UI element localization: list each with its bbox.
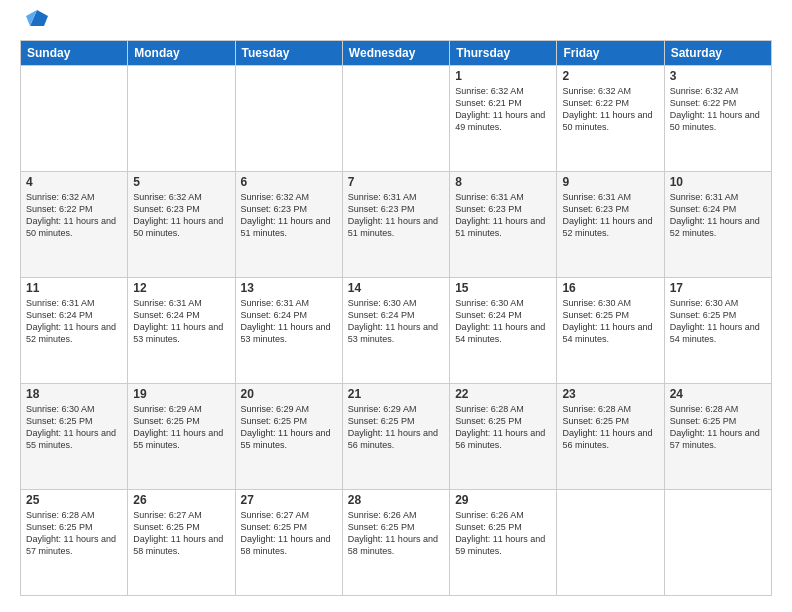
day-info: Sunrise: 6:31 AM Sunset: 6:24 PM Dayligh… <box>133 297 229 346</box>
day-info: Sunrise: 6:32 AM Sunset: 6:22 PM Dayligh… <box>670 85 766 134</box>
calendar-week-row: 18Sunrise: 6:30 AM Sunset: 6:25 PM Dayli… <box>21 384 772 490</box>
day-number: 20 <box>241 387 337 401</box>
day-info: Sunrise: 6:30 AM Sunset: 6:25 PM Dayligh… <box>562 297 658 346</box>
day-info: Sunrise: 6:27 AM Sunset: 6:25 PM Dayligh… <box>241 509 337 558</box>
day-number: 16 <box>562 281 658 295</box>
day-number: 1 <box>455 69 551 83</box>
calendar-cell: 29Sunrise: 6:26 AM Sunset: 6:25 PM Dayli… <box>450 490 557 596</box>
day-number: 17 <box>670 281 766 295</box>
calendar-cell: 19Sunrise: 6:29 AM Sunset: 6:25 PM Dayli… <box>128 384 235 490</box>
day-number: 3 <box>670 69 766 83</box>
calendar-cell: 8Sunrise: 6:31 AM Sunset: 6:23 PM Daylig… <box>450 172 557 278</box>
day-info: Sunrise: 6:30 AM Sunset: 6:24 PM Dayligh… <box>348 297 444 346</box>
calendar-cell: 9Sunrise: 6:31 AM Sunset: 6:23 PM Daylig… <box>557 172 664 278</box>
day-number: 15 <box>455 281 551 295</box>
day-number: 4 <box>26 175 122 189</box>
calendar-table: SundayMondayTuesdayWednesdayThursdayFrid… <box>20 40 772 596</box>
day-number: 19 <box>133 387 229 401</box>
logo <box>20 16 48 30</box>
day-info: Sunrise: 6:29 AM Sunset: 6:25 PM Dayligh… <box>241 403 337 452</box>
calendar-cell: 22Sunrise: 6:28 AM Sunset: 6:25 PM Dayli… <box>450 384 557 490</box>
day-info: Sunrise: 6:31 AM Sunset: 6:24 PM Dayligh… <box>670 191 766 240</box>
calendar-cell: 17Sunrise: 6:30 AM Sunset: 6:25 PM Dayli… <box>664 278 771 384</box>
day-info: Sunrise: 6:26 AM Sunset: 6:25 PM Dayligh… <box>455 509 551 558</box>
day-number: 2 <box>562 69 658 83</box>
day-info: Sunrise: 6:30 AM Sunset: 6:25 PM Dayligh… <box>26 403 122 452</box>
day-number: 29 <box>455 493 551 507</box>
day-info: Sunrise: 6:28 AM Sunset: 6:25 PM Dayligh… <box>670 403 766 452</box>
calendar-cell: 7Sunrise: 6:31 AM Sunset: 6:23 PM Daylig… <box>342 172 449 278</box>
calendar-week-row: 4Sunrise: 6:32 AM Sunset: 6:22 PM Daylig… <box>21 172 772 278</box>
day-info: Sunrise: 6:31 AM Sunset: 6:24 PM Dayligh… <box>241 297 337 346</box>
calendar-cell: 27Sunrise: 6:27 AM Sunset: 6:25 PM Dayli… <box>235 490 342 596</box>
calendar-cell: 6Sunrise: 6:32 AM Sunset: 6:23 PM Daylig… <box>235 172 342 278</box>
calendar-cell: 4Sunrise: 6:32 AM Sunset: 6:22 PM Daylig… <box>21 172 128 278</box>
calendar-cell: 10Sunrise: 6:31 AM Sunset: 6:24 PM Dayli… <box>664 172 771 278</box>
day-info: Sunrise: 6:32 AM Sunset: 6:21 PM Dayligh… <box>455 85 551 134</box>
day-info: Sunrise: 6:31 AM Sunset: 6:23 PM Dayligh… <box>348 191 444 240</box>
day-info: Sunrise: 6:28 AM Sunset: 6:25 PM Dayligh… <box>455 403 551 452</box>
day-number: 18 <box>26 387 122 401</box>
weekday-header: Friday <box>557 41 664 66</box>
day-info: Sunrise: 6:27 AM Sunset: 6:25 PM Dayligh… <box>133 509 229 558</box>
weekday-header: Saturday <box>664 41 771 66</box>
calendar-week-row: 25Sunrise: 6:28 AM Sunset: 6:25 PM Dayli… <box>21 490 772 596</box>
calendar-cell: 13Sunrise: 6:31 AM Sunset: 6:24 PM Dayli… <box>235 278 342 384</box>
weekday-header: Wednesday <box>342 41 449 66</box>
calendar-cell: 26Sunrise: 6:27 AM Sunset: 6:25 PM Dayli… <box>128 490 235 596</box>
calendar-cell <box>128 66 235 172</box>
day-number: 14 <box>348 281 444 295</box>
day-number: 26 <box>133 493 229 507</box>
weekday-header: Monday <box>128 41 235 66</box>
weekday-header: Tuesday <box>235 41 342 66</box>
day-number: 21 <box>348 387 444 401</box>
day-number: 5 <box>133 175 229 189</box>
calendar-cell: 2Sunrise: 6:32 AM Sunset: 6:22 PM Daylig… <box>557 66 664 172</box>
day-info: Sunrise: 6:32 AM Sunset: 6:23 PM Dayligh… <box>241 191 337 240</box>
weekday-header-row: SundayMondayTuesdayWednesdayThursdayFrid… <box>21 41 772 66</box>
day-info: Sunrise: 6:30 AM Sunset: 6:25 PM Dayligh… <box>670 297 766 346</box>
weekday-header: Thursday <box>450 41 557 66</box>
day-number: 12 <box>133 281 229 295</box>
logo-icon <box>26 8 48 30</box>
calendar-cell: 5Sunrise: 6:32 AM Sunset: 6:23 PM Daylig… <box>128 172 235 278</box>
calendar-cell <box>235 66 342 172</box>
day-number: 9 <box>562 175 658 189</box>
day-info: Sunrise: 6:28 AM Sunset: 6:25 PM Dayligh… <box>26 509 122 558</box>
day-number: 10 <box>670 175 766 189</box>
calendar-cell: 14Sunrise: 6:30 AM Sunset: 6:24 PM Dayli… <box>342 278 449 384</box>
day-number: 23 <box>562 387 658 401</box>
calendar-cell: 23Sunrise: 6:28 AM Sunset: 6:25 PM Dayli… <box>557 384 664 490</box>
calendar-cell: 3Sunrise: 6:32 AM Sunset: 6:22 PM Daylig… <box>664 66 771 172</box>
calendar-cell: 16Sunrise: 6:30 AM Sunset: 6:25 PM Dayli… <box>557 278 664 384</box>
calendar-week-row: 1Sunrise: 6:32 AM Sunset: 6:21 PM Daylig… <box>21 66 772 172</box>
day-info: Sunrise: 6:31 AM Sunset: 6:23 PM Dayligh… <box>455 191 551 240</box>
day-info: Sunrise: 6:29 AM Sunset: 6:25 PM Dayligh… <box>133 403 229 452</box>
day-info: Sunrise: 6:31 AM Sunset: 6:24 PM Dayligh… <box>26 297 122 346</box>
day-info: Sunrise: 6:32 AM Sunset: 6:22 PM Dayligh… <box>562 85 658 134</box>
day-number: 28 <box>348 493 444 507</box>
calendar-cell <box>342 66 449 172</box>
calendar-cell: 25Sunrise: 6:28 AM Sunset: 6:25 PM Dayli… <box>21 490 128 596</box>
day-number: 13 <box>241 281 337 295</box>
calendar-cell: 21Sunrise: 6:29 AM Sunset: 6:25 PM Dayli… <box>342 384 449 490</box>
header <box>20 16 772 30</box>
calendar-cell: 28Sunrise: 6:26 AM Sunset: 6:25 PM Dayli… <box>342 490 449 596</box>
day-info: Sunrise: 6:32 AM Sunset: 6:23 PM Dayligh… <box>133 191 229 240</box>
day-number: 11 <box>26 281 122 295</box>
day-info: Sunrise: 6:30 AM Sunset: 6:24 PM Dayligh… <box>455 297 551 346</box>
day-number: 25 <box>26 493 122 507</box>
day-number: 6 <box>241 175 337 189</box>
calendar-week-row: 11Sunrise: 6:31 AM Sunset: 6:24 PM Dayli… <box>21 278 772 384</box>
day-number: 7 <box>348 175 444 189</box>
calendar-cell <box>664 490 771 596</box>
day-number: 27 <box>241 493 337 507</box>
day-info: Sunrise: 6:26 AM Sunset: 6:25 PM Dayligh… <box>348 509 444 558</box>
calendar-cell: 24Sunrise: 6:28 AM Sunset: 6:25 PM Dayli… <box>664 384 771 490</box>
weekday-header: Sunday <box>21 41 128 66</box>
calendar-cell <box>21 66 128 172</box>
calendar-cell <box>557 490 664 596</box>
calendar-page: SundayMondayTuesdayWednesdayThursdayFrid… <box>0 0 792 612</box>
day-number: 22 <box>455 387 551 401</box>
day-info: Sunrise: 6:32 AM Sunset: 6:22 PM Dayligh… <box>26 191 122 240</box>
